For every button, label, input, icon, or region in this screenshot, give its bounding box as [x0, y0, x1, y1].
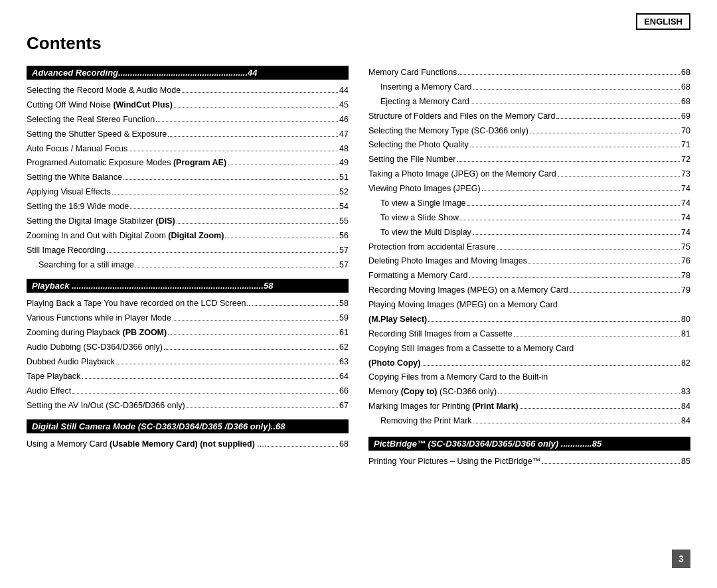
list-item: Playing Moving Images (MPEG) on a Memory… [368, 298, 690, 313]
list-item: Inserting a Memory Card 68 [368, 80, 690, 95]
list-item: Zooming In and Out with Digital Zoom (Di… [27, 229, 349, 244]
list-item: Setting the 16:9 Wide mode 54 [27, 200, 349, 214]
list-item: Formatting a Memory Card 78 [368, 269, 690, 283]
language-badge: ENGLISH [636, 13, 690, 30]
list-item: Ejecting a Memory Card 68 [368, 95, 690, 110]
pict-bridge-section: PictBridge™ (SC-D363/D364/D365/D366 only… [368, 437, 690, 469]
list-item: Playing Back a Tape You have recorded on… [27, 297, 349, 311]
list-item: Recording Still Images from a Cassette 8… [368, 327, 690, 342]
list-item: Setting the Digital Image Stabilizer (DI… [27, 214, 349, 229]
list-item: To view a Single Image 74 [368, 196, 690, 211]
section-header-advanced: Advanced Recording......................… [27, 66, 349, 80]
section-header-playback: Playback ...............................… [27, 279, 349, 293]
list-item: Viewing Photo Images (JPEG) 74 [368, 182, 690, 196]
list-item: Auto Focus / Manual Focus 48 [27, 142, 349, 157]
list-item: Audio Effect 66 [27, 384, 349, 399]
list-item: Applying Visual Effects 52 [27, 185, 349, 200]
content-columns: Advanced Recording......................… [27, 66, 690, 469]
list-item: Still Image Recording 57 [27, 244, 349, 258]
list-item: Selecting the Real Stereo Function 46 [27, 113, 349, 127]
page-number-badge: 3 [672, 550, 690, 568]
list-item: Memory Card Functions 68 [368, 66, 690, 80]
list-item: Selecting the Record Mode & Audio Mode 4… [27, 84, 349, 98]
list-item: Dubbed Audio Playback 63 [27, 355, 349, 370]
list-item: Copying Files from a Memory Card to the … [368, 370, 690, 385]
list-item: Marking Images for Printing (Print Mark)… [368, 400, 690, 414]
list-item: Copying Still Images from a Cassette to … [368, 342, 690, 356]
list-item: Printing Your Pictures – Using the PictB… [368, 455, 690, 469]
page-title: Contents [27, 33, 690, 54]
section-header-digital: Digital Still Camera Mode (SC-D363/D364/… [27, 419, 349, 433]
list-item: To view the Multi Display 74 [368, 226, 690, 240]
list-item: Recording Moving Images (MPEG) on a Memo… [368, 283, 690, 298]
list-item: Setting the File Number 72 [368, 153, 690, 167]
list-item: Cutting Off Wind Noise (WindCut Plus) 45 [27, 98, 349, 113]
list-item: Various Functions while in Player Mode 5… [27, 311, 349, 326]
list-item: Setting the White Balance 51 [27, 171, 349, 185]
list-item: Protection from accidental Erasure 75 [368, 240, 690, 255]
list-item: Deleting Photo Images and Moving Images … [368, 254, 690, 269]
left-column: Advanced Recording......................… [27, 66, 349, 469]
list-item: (M.Play Select) 80 [368, 313, 690, 327]
list-item: Audio Dubbing (SC-D364/D366 only) 62 [27, 340, 349, 355]
list-item: Structure of Folders and Files on the Me… [368, 110, 690, 124]
list-item: (Photo Copy) 82 [368, 356, 690, 371]
right-column: Memory Card Functions 68 Inserting a Mem… [368, 66, 690, 469]
list-item: To view a Slide Show 74 [368, 211, 690, 226]
list-item: Using a Memory Card (Usable Memory Card)… [27, 437, 349, 452]
list-item: Memory (Copy to) (SC-D366 only) 83 [368, 385, 690, 400]
list-item: Programed Automatic Exposure Modes (Prog… [27, 156, 349, 171]
list-item: Searching for a still image 57 [27, 258, 349, 273]
list-item: Zooming during Playback (PB ZOOM) 61 [27, 326, 349, 340]
list-item: Setting the AV In/Out (SC-D365/D366 only… [27, 399, 349, 413]
list-item: Taking a Photo Image (JPEG) on the Memor… [368, 167, 690, 182]
list-item: Selecting the Memory Type (SC-D366 only)… [368, 124, 690, 139]
list-item: Setting the Shutter Speed & Exposure 47 [27, 127, 349, 142]
list-item: Tape Playback 64 [27, 370, 349, 384]
section-header-pictbridge: PictBridge™ (SC-D363/D364/D365/D366 only… [368, 437, 690, 451]
list-item: Selecting the Photo Quality 71 [368, 138, 690, 153]
list-item: Removing the Print Mark 84 [368, 414, 690, 429]
page: ENGLISH Contents Advanced Recording.....… [0, 0, 717, 588]
